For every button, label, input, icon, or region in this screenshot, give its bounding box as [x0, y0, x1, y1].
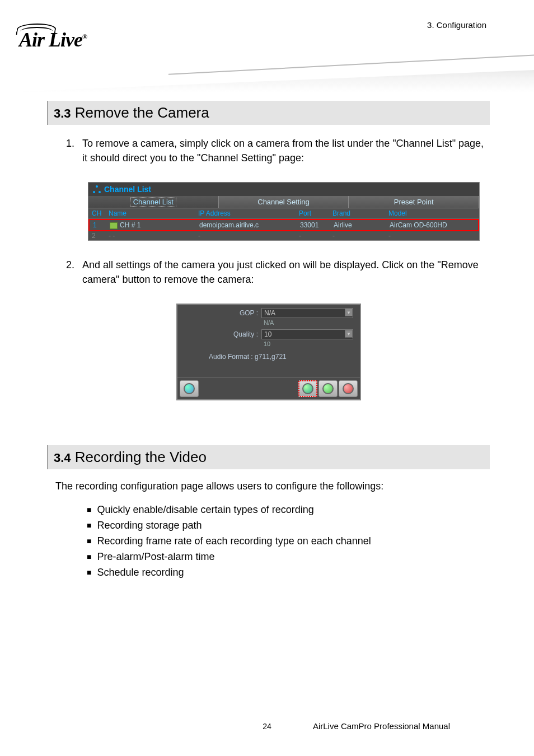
page-number: 24 [0, 722, 534, 731]
bullet-icon: ■ [87, 504, 91, 518]
channel-setting-screenshot: GOP : N/A ▼ N/A Quality : 10 ▼ 10 Audio … [176, 304, 361, 400]
channel-list-title-text: Channel List [104, 185, 151, 194]
header-banner [0, 70, 534, 92]
step-1: 1. To remove a camera, simply click on a… [64, 136, 490, 165]
apply-button[interactable] [318, 380, 338, 397]
registered-icon: ® [82, 33, 87, 41]
header-section: 3. Configuration [427, 20, 486, 30]
cell-ch: 1 [90, 220, 106, 230]
col-ch: CH [88, 208, 105, 218]
remove-icon [302, 383, 313, 394]
section-34-intro: The recording configuration page allows … [55, 480, 490, 492]
button-strip [177, 377, 360, 399]
gop-label: GOP : [177, 308, 261, 317]
section-34-heading: 3.4 Recording the Video [48, 445, 490, 469]
cancel-button[interactable] [339, 380, 358, 397]
cell-ch: 2 [88, 231, 105, 240]
step-number: 2. [64, 258, 74, 287]
check-icon [322, 383, 334, 394]
gop-subvalue: N/A [261, 319, 353, 326]
audio-format-value: g711,g721 [255, 353, 287, 361]
bullet-icon: ■ [87, 520, 91, 534]
cell-port: - [296, 231, 329, 240]
cell-brand: - [329, 231, 385, 240]
cell-model: AirCam OD-600HD [386, 220, 478, 230]
section-title-text: Remove the Camera [75, 104, 209, 121]
manual-title: AirLive CamPro Professional Manual [313, 721, 450, 731]
section-number: 3.3 [54, 106, 71, 120]
channel-list-screenshot: Channel List Channel List Channel Settin… [88, 182, 480, 241]
col-name: Name [105, 208, 195, 218]
list-item: ■Pre-alarm/Post-alarm time [87, 549, 490, 565]
list-item: ■Recording storage path [87, 518, 490, 534]
table-header: CH Name IP Address Port Brand Model [88, 208, 479, 219]
bullet-icon: ■ [87, 551, 91, 565]
col-port: Port [296, 208, 329, 218]
cancel-icon [343, 383, 354, 394]
list-item: ■Schedule recording [87, 565, 490, 581]
col-ip: IP Address [195, 208, 296, 218]
col-brand: Brand [329, 208, 385, 218]
col-model: Model [385, 208, 479, 218]
quality-row: Quality : 10 ▼ 10 [177, 329, 360, 347]
cell-name: CH # 1 [106, 220, 196, 230]
cell-brand: Airlive [330, 220, 386, 230]
step-text: And all settings of the camera you just … [82, 258, 490, 287]
step-2: 2. And all settings of the camera you ju… [64, 258, 490, 287]
camera-icon [110, 222, 118, 229]
cell-ip: demoipcam.airlive.c [196, 220, 297, 230]
audio-format-label: Audio Format : [209, 353, 253, 361]
bullet-icon: ■ [87, 535, 91, 549]
reset-icon [184, 383, 195, 394]
quality-label: Quality : [177, 329, 261, 338]
table-row[interactable]: 2 - - - - - - [88, 231, 479, 240]
quality-select[interactable]: 10 ▼ [261, 329, 353, 339]
tab-channel-list[interactable]: Channel List [88, 196, 219, 208]
cell-ip: - [195, 231, 296, 240]
channel-list-window-title: Channel List [88, 183, 479, 196]
bullet-list: ■Quickly enable/disable certain types of… [87, 502, 490, 580]
logo-text: Air Live [19, 29, 82, 51]
quality-subvalue: 10 [261, 340, 353, 347]
cell-name: - - [105, 231, 195, 240]
cell-port: 33001 [297, 220, 330, 230]
chevron-down-icon: ▼ [345, 309, 353, 316]
gop-select[interactable]: N/A ▼ [261, 308, 353, 318]
gop-row: GOP : N/A ▼ N/A [177, 308, 360, 326]
list-item: ■Quickly enable/disable certain types of… [87, 502, 490, 518]
tab-preset-point[interactable]: Preset Point [349, 196, 479, 208]
step-number: 1. [64, 136, 74, 165]
header-divider [168, 53, 534, 75]
audio-format-row: Audio Format : g711,g721 [177, 351, 360, 377]
reset-button[interactable] [180, 380, 199, 397]
tab-channel-setting[interactable]: Channel Setting [219, 196, 349, 208]
bullet-icon: ■ [87, 567, 91, 581]
cell-model: - [385, 231, 479, 240]
section-title-text: Recording the Video [75, 449, 207, 465]
table-row-selected[interactable]: 1 CH # 1 demoipcam.airlive.c 33001 Airli… [88, 219, 479, 231]
channel-list-icon [93, 185, 101, 193]
tabs-row: Channel List Channel Setting Preset Poin… [88, 196, 479, 208]
list-item: ■Recording frame rate of each recording … [87, 534, 490, 549]
step-text: To remove a camera, simply click on a ca… [82, 136, 490, 165]
section-number: 3.4 [54, 451, 71, 465]
brand-logo: Air Live® [19, 28, 87, 52]
section-33-heading: 3.3 Remove the Camera [48, 101, 490, 125]
remove-camera-button[interactable] [298, 380, 317, 397]
chevron-down-icon: ▼ [345, 330, 353, 338]
